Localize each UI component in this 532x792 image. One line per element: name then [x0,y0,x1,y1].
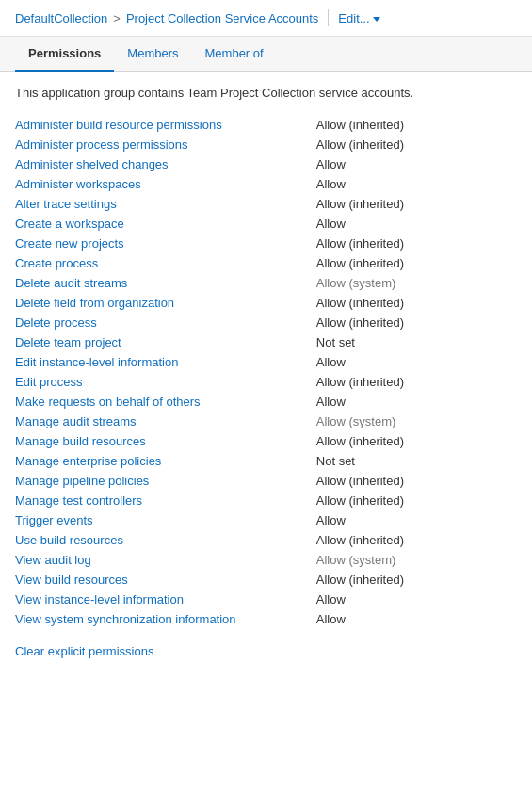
permission-value: Allow [316,154,517,174]
edit-button[interactable]: Edit... [338,11,379,25]
tab-members[interactable]: Members [114,37,191,72]
table-row: Administer workspacesAllow [15,174,517,194]
table-row: Delete processAllow (inherited) [15,313,517,332]
permission-value: Allow (inherited) [316,491,517,510]
permission-value: Allow (inherited) [316,293,517,313]
table-row: Manage test controllersAllow (inherited) [15,491,517,510]
permission-name[interactable]: Administer workspaces [15,174,316,194]
permission-name[interactable]: Edit process [15,372,316,392]
permission-value: Allow (system) [316,273,517,293]
table-row: View system synchronization informationA… [15,609,517,629]
tab-member-of[interactable]: Member of [192,37,277,72]
breadcrumb-collection[interactable]: DefaultCollection [15,11,107,25]
permission-value: Allow (inherited) [316,135,517,154]
table-row: Delete audit streamsAllow (system) [15,273,517,293]
breadcrumb: DefaultCollection > Project Collection S… [15,11,318,25]
permission-value: Allow [316,174,517,194]
tabs-bar: Permissions Members Member of [0,37,532,72]
permission-value: Allow [316,392,517,412]
permission-value: Allow [316,352,517,372]
permission-name[interactable]: Manage audit streams [15,412,316,431]
permission-name[interactable]: Alter trace settings [15,194,316,214]
table-row: Trigger eventsAllow [15,510,517,530]
permission-name[interactable]: Delete audit streams [15,273,316,293]
permission-name[interactable]: View build resources [15,570,316,590]
tab-permissions[interactable]: Permissions [15,37,114,72]
header-divider [328,9,329,26]
permission-name[interactable]: View system synchronization information [15,609,316,629]
table-row: Edit processAllow (inherited) [15,372,517,392]
group-description: This application group contains Team Pro… [15,85,517,102]
main-content: This application group contains Team Pro… [0,72,532,671]
permission-value: Allow (inherited) [316,471,517,491]
permission-name[interactable]: Delete field from organization [15,293,316,313]
table-row: Manage pipeline policiesAllow (inherited… [15,471,517,491]
edit-label: Edit... [338,11,369,25]
permission-value: Allow (inherited) [316,253,517,273]
permission-value: Allow [316,609,517,629]
permission-name[interactable]: Trigger events [15,510,316,530]
table-row: Alter trace settingsAllow (inherited) [15,194,517,214]
permission-value: Allow (inherited) [316,530,517,550]
permission-value: Allow (inherited) [316,313,517,332]
table-row: Manage enterprise policiesNot set [15,451,517,471]
permission-value: Allow (inherited) [316,115,517,135]
table-row: Use build resourcesAllow (inherited) [15,530,517,550]
breadcrumb-current: Project Collection Service Accounts [126,11,318,25]
page-header: DefaultCollection > Project Collection S… [0,0,532,37]
permission-value: Allow [316,214,517,234]
permission-name[interactable]: View audit log [15,550,316,570]
table-row: Delete team projectNot set [15,332,517,352]
permission-value: Allow [316,590,517,609]
permission-name[interactable]: Delete team project [15,332,316,352]
permission-value: Allow (system) [316,550,517,570]
table-row: Create a workspaceAllow [15,214,517,234]
permission-value: Allow [316,510,517,530]
permission-value: Allow (inherited) [316,372,517,392]
permission-name[interactable]: Administer build resource permissions [15,115,316,135]
table-row: View instance-level informationAllow [15,590,517,609]
permission-name[interactable]: Use build resources [15,530,316,550]
permission-name[interactable]: View instance-level information [15,590,316,609]
table-row: Administer shelved changesAllow [15,154,517,174]
breadcrumb-separator: > [113,11,121,25]
table-row: Manage build resourcesAllow (inherited) [15,431,517,451]
table-row: Create processAllow (inherited) [15,253,517,273]
table-row: Delete field from organizationAllow (inh… [15,293,517,313]
permission-name[interactable]: Manage test controllers [15,491,316,510]
chevron-down-icon [373,17,380,22]
permission-name[interactable]: Create new projects [15,234,316,253]
table-row: Administer build resource permissionsAll… [15,115,517,135]
permission-value: Allow (system) [316,412,517,431]
permission-value: Not set [316,451,517,471]
permission-name[interactable]: Administer shelved changes [15,154,316,174]
permission-value: Allow (inherited) [316,194,517,214]
clear-permissions-link[interactable]: Clear explicit permissions [15,644,153,658]
table-row: Administer process permissionsAllow (inh… [15,135,517,154]
permission-name[interactable]: Administer process permissions [15,135,316,154]
permission-name[interactable]: Manage pipeline policies [15,471,316,491]
permission-name[interactable]: Make requests on behalf of others [15,392,316,412]
permission-value: Not set [316,332,517,352]
table-row: View build resourcesAllow (inherited) [15,570,517,590]
permissions-table: Administer build resource permissionsAll… [15,115,517,629]
permission-name[interactable]: Delete process [15,313,316,332]
table-row: Manage audit streamsAllow (system) [15,412,517,431]
permission-value: Allow (inherited) [316,234,517,253]
permission-value: Allow (inherited) [316,570,517,590]
table-row: Create new projectsAllow (inherited) [15,234,517,253]
permission-name[interactable]: Edit instance-level information [15,352,316,372]
permission-name[interactable]: Manage build resources [15,431,316,451]
permission-name[interactable]: Create process [15,253,316,273]
table-row: Make requests on behalf of othersAllow [15,392,517,412]
table-row: Edit instance-level informationAllow [15,352,517,372]
permission-name[interactable]: Create a workspace [15,214,316,234]
table-row: View audit logAllow (system) [15,550,517,570]
permission-value: Allow (inherited) [316,431,517,451]
permission-name[interactable]: Manage enterprise policies [15,451,316,471]
